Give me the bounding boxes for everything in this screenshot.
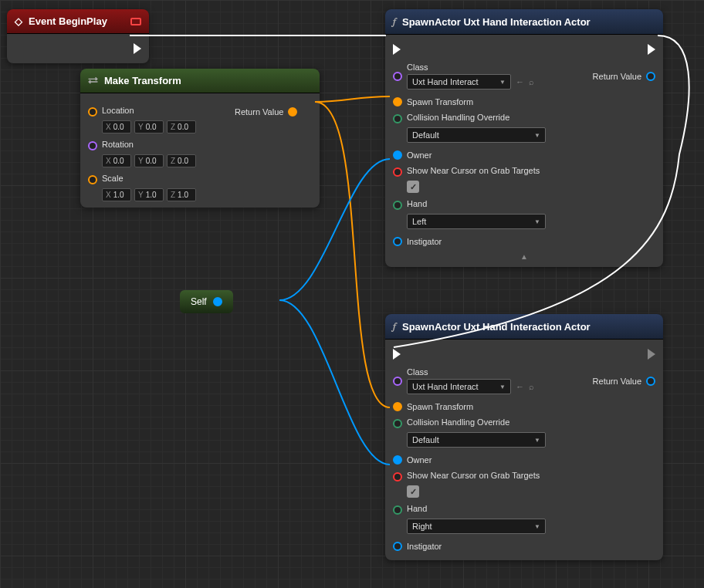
exec-in-pin[interactable]	[393, 44, 401, 55]
location-pin[interactable]	[88, 107, 97, 117]
exec-out-pin[interactable]	[648, 349, 655, 360]
cursor-pin[interactable]	[393, 167, 402, 177]
spawn-transform-label: Spawn Transform	[407, 402, 473, 411]
instigator-label: Instigator	[407, 542, 442, 551]
return-value-label: Return Value	[593, 377, 641, 386]
nav-back-icon[interactable]: ←	[516, 77, 524, 86]
class-pin[interactable]	[393, 377, 402, 386]
cursor-label: Show Near Cursor on Grab Targets	[407, 166, 540, 175]
diamond-icon: ◇	[15, 15, 22, 27]
custom-event-icon	[130, 18, 141, 25]
cursor-pin[interactable]	[393, 472, 402, 482]
node-spawn-actor-1[interactable]: 𝑓 SpawnActor Uxt Hand Interaction Actor …	[385, 9, 663, 267]
loc-x-input[interactable]: X0.0	[102, 120, 131, 133]
nav-back-icon[interactable]: ←	[516, 382, 524, 391]
scale-label: Scale	[102, 174, 124, 183]
return-value-label: Return Value	[235, 107, 283, 117]
spawn1-title: SpawnActor Uxt Hand Interaction Actor	[402, 16, 591, 28]
transform-title: Make Transform	[104, 75, 181, 86]
collision-select[interactable]: Default▼	[407, 432, 546, 448]
instigator-label: Instigator	[407, 237, 442, 246]
owner-label: Owner	[407, 150, 432, 160]
scl-x-input[interactable]: X1.0	[102, 188, 131, 201]
return-value-pin[interactable]	[646, 377, 655, 386]
node-event-beginplay[interactable]: ◇ Event BeginPlay	[7, 9, 149, 63]
collision-pin[interactable]	[393, 114, 402, 123]
function-icon: 𝑓	[393, 320, 396, 333]
class-label: Class	[407, 63, 588, 72]
spawn2-title: SpawnActor Uxt Hand Interaction Actor	[402, 321, 591, 333]
scale-pin[interactable]	[88, 175, 97, 184]
hand-label: Hand	[407, 199, 427, 208]
cursor-label: Show Near Cursor on Grab Targets	[407, 471, 540, 480]
function-icon: 𝑓	[393, 15, 396, 28]
loc-z-input[interactable]: Z0.0	[167, 120, 196, 133]
scl-z-input[interactable]: Z1.0	[167, 188, 196, 201]
hand-pin[interactable]	[393, 505, 402, 515]
collision-select[interactable]: Default▼	[407, 127, 546, 143]
collision-pin[interactable]	[393, 419, 402, 428]
owner-pin[interactable]	[393, 455, 402, 465]
class-label: Class	[407, 367, 588, 377]
rot-z-input[interactable]: Z0.0	[167, 154, 196, 167]
return-value-pin[interactable]	[288, 107, 297, 117]
class-pin[interactable]	[393, 72, 402, 81]
hand-pin[interactable]	[393, 201, 402, 210]
owner-label: Owner	[407, 455, 432, 465]
spawn-transform-pin[interactable]	[393, 402, 402, 411]
exec-out-pin[interactable]	[134, 43, 141, 54]
return-value-label: Return Value	[593, 72, 641, 81]
owner-pin[interactable]	[393, 150, 402, 160]
exec-in-pin[interactable]	[393, 349, 401, 360]
hand-select[interactable]: Right▼	[407, 519, 546, 534]
hand-label: Hand	[407, 504, 427, 513]
self-label: Self	[191, 296, 207, 307]
rot-x-input[interactable]: X0.0	[102, 154, 131, 167]
loc-y-input[interactable]: Y0.0	[134, 120, 164, 133]
node-self[interactable]: Self	[180, 290, 233, 313]
instigator-pin[interactable]	[393, 542, 402, 551]
rotation-pin[interactable]	[88, 141, 97, 150]
location-label: Location	[102, 106, 134, 115]
spawn-transform-pin[interactable]	[393, 97, 402, 106]
spawn-transform-label: Spawn Transform	[407, 97, 473, 106]
collision-label: Collision Handling Override	[407, 417, 509, 427]
event-title: Event BeginPlay	[29, 15, 107, 27]
class-select[interactable]: Uxt Hand Interact▼	[407, 379, 511, 394]
browse-icon[interactable]: ⌕	[529, 382, 534, 391]
instigator-pin[interactable]	[393, 237, 402, 246]
node-spawn-actor-2[interactable]: 𝑓 SpawnActor Uxt Hand Interaction Actor …	[385, 314, 663, 560]
class-select[interactable]: Uxt Hand Interact▼	[407, 74, 511, 90]
scl-y-input[interactable]: Y1.0	[134, 188, 164, 201]
exec-out-pin[interactable]	[648, 44, 655, 55]
rotation-label: Rotation	[102, 140, 134, 149]
cursor-checkbox[interactable]: ✓	[407, 485, 419, 498]
hand-select[interactable]: Left▼	[407, 214, 546, 229]
rot-y-input[interactable]: Y0.0	[134, 154, 164, 167]
function-icon: ⮂	[88, 75, 98, 86]
collision-label: Collision Handling Override	[407, 113, 509, 122]
node-make-transform[interactable]: ⮂ Make Transform Location X0.0 Y0.0 Z0.0…	[80, 69, 320, 208]
browse-icon[interactable]: ⌕	[529, 77, 534, 86]
cursor-checkbox[interactable]: ✓	[407, 181, 419, 193]
collapse-arrow-icon[interactable]: ▲	[393, 249, 655, 261]
return-value-pin[interactable]	[646, 72, 655, 81]
self-out-pin[interactable]	[213, 297, 222, 306]
